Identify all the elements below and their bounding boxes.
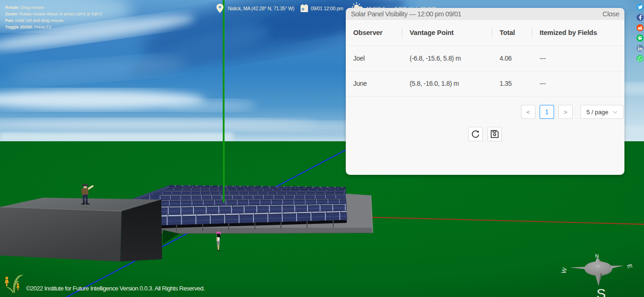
svg-text:N: N: [595, 253, 599, 259]
svg-text:LINE: LINE: [638, 37, 643, 39]
svg-text:S: S: [596, 286, 606, 297]
